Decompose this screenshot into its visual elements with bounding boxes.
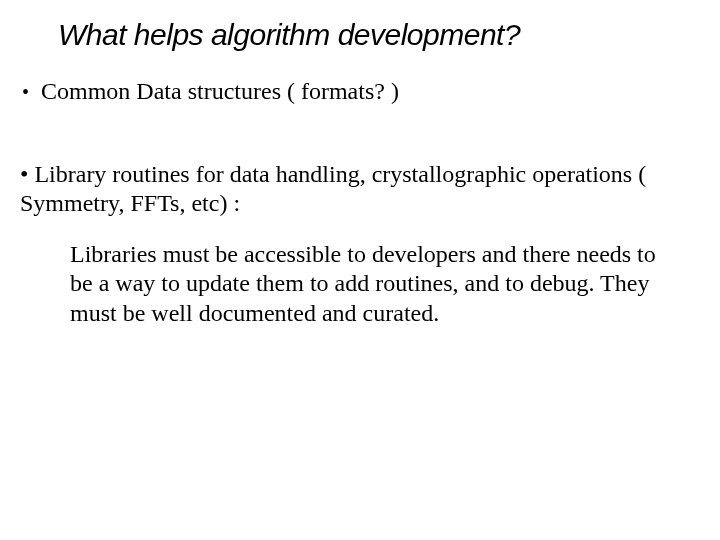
- bullet-item-1: • Common Data structures ( formats? ): [22, 78, 399, 106]
- bullet-marker: •: [22, 78, 29, 106]
- slide-title: What helps algorithm development?: [58, 18, 520, 52]
- bullet-item-2: • Library routines for data handling, cr…: [20, 160, 660, 219]
- bullet-text-1: Common Data structures ( formats? ): [41, 78, 399, 105]
- body-paragraph: Libraries must be accessible to develope…: [70, 240, 670, 328]
